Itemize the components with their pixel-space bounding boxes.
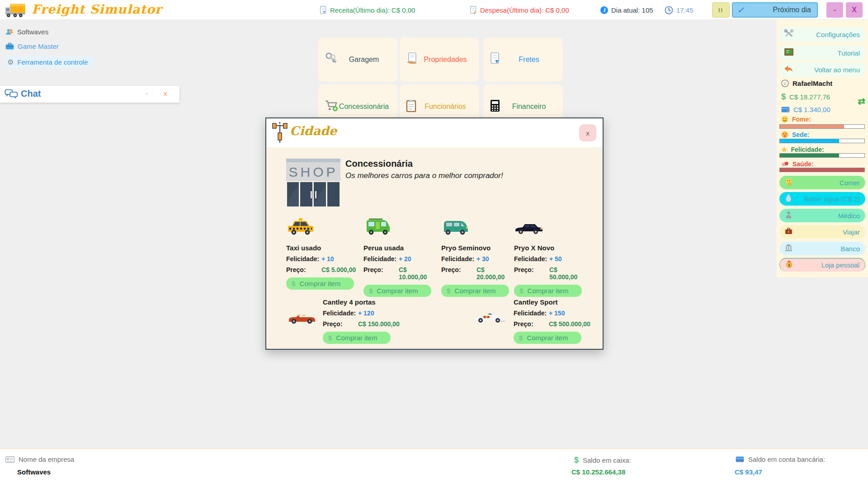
- stat-bar-saude: [779, 168, 865, 172]
- stat-label: Saúde:: [793, 160, 814, 168]
- revenue-indicator: Receita(Último dia): C$ 0,00: [319, 0, 415, 20]
- chat-minimize-button[interactable]: -: [146, 89, 148, 97]
- happiness-value: + 20: [399, 255, 411, 263]
- price-value: C$ 500.000,00: [549, 320, 590, 328]
- buy-button[interactable]: $Comprar item: [514, 285, 582, 297]
- city-modal-close-label: x: [586, 129, 590, 137]
- price-label: Preço:: [514, 266, 549, 273]
- buy-button[interactable]: $Comprar item: [514, 332, 581, 344]
- eat-label: Comer: [793, 179, 865, 187]
- eat-button[interactable]: Comer: [779, 176, 865, 189]
- buy-button[interactable]: $Comprar item: [441, 285, 509, 297]
- price-label: Preço:: [363, 266, 399, 273]
- car-name: Cantley 4 portas: [323, 298, 400, 306]
- revenue-document-icon: [319, 6, 327, 14]
- car-name: Taxi usado: [286, 244, 359, 252]
- settings-button[interactable]: Configurações: [779, 27, 865, 42]
- id-card-icon: [5, 456, 14, 463]
- info-icon: i: [600, 6, 608, 14]
- clock-icon: [665, 6, 673, 14]
- happiness-label: Felicidade:: [286, 255, 321, 263]
- day-indicator: i Dia atual: 105: [600, 0, 653, 20]
- car-card-sedan: Pryo X Novo Felicidade:+ 50 Preço:C$ 50.…: [514, 215, 587, 297]
- refresh-icon[interactable]: ⇄: [858, 96, 865, 107]
- chat-icon: [5, 89, 18, 101]
- cash-balance-group: $ Saldo em caixa:: [574, 455, 631, 465]
- bank-card-icon: [781, 107, 790, 113]
- happiness-label: Felicidade:: [323, 310, 358, 317]
- dollar-icon: $: [447, 287, 450, 295]
- buy-button-label: Comprar item: [336, 334, 377, 342]
- dealership-subtitle: Os melhores carros para o melhor comprad…: [345, 171, 503, 180]
- personal-shop-button[interactable]: $ Loja pessoal: [779, 258, 865, 272]
- buy-button-label: Comprar item: [300, 280, 341, 287]
- personal-shop-label: Loja pessoal: [793, 261, 865, 269]
- person-icon: [784, 211, 793, 221]
- menu-label: Garagem: [349, 56, 379, 64]
- happiness-value: + 120: [358, 310, 374, 317]
- stat-bar-fome: [779, 124, 865, 129]
- shop-storefront-image: SHOP: [286, 159, 340, 208]
- price-value: C$ 50.000,00: [549, 266, 587, 281]
- chat-close-button[interactable]: x: [164, 89, 167, 97]
- buy-button[interactable]: $Comprar item: [286, 277, 354, 290]
- buy-button[interactable]: $Comprar item: [363, 285, 431, 297]
- taxi-icon: [286, 215, 359, 236]
- menu-button-garagem[interactable]: Garagem: [318, 38, 398, 82]
- freight-document-icon: [490, 52, 500, 67]
- thirsty-face-icon: [781, 131, 788, 138]
- stat-bar-sede: [779, 139, 865, 143]
- tutorial-button[interactable]: Tutorial: [779, 46, 865, 60]
- doctor-button[interactable]: Médico: [779, 209, 865, 222]
- stat-label: Sede:: [792, 131, 809, 138]
- star-icon: ★: [781, 145, 787, 154]
- next-day-label: Próximo dia: [745, 6, 817, 14]
- price-label: Preço:: [286, 266, 321, 273]
- city-modal-close-button[interactable]: x: [579, 124, 596, 141]
- buy-button-label: Comprar item: [455, 287, 496, 295]
- dollar-icon: $: [519, 334, 523, 342]
- tutorial-label: Tutorial: [793, 49, 865, 57]
- menu-button-propriedades[interactable]: Propriedades: [400, 38, 479, 82]
- clipboard-icon: [406, 99, 416, 114]
- price-label: Preço:: [323, 320, 358, 328]
- price-value: C$ 20.000,00: [476, 266, 514, 281]
- city-streetlight-icon: [272, 122, 288, 145]
- menu-button-fretes[interactable]: Fretes: [483, 38, 563, 82]
- control-tool-link[interactable]: ⚙ Ferramenta de controle: [4, 56, 94, 68]
- pause-button[interactable]: II: [712, 2, 730, 18]
- info-outline-icon: i: [781, 80, 789, 87]
- company-link[interactable]: Softwaves: [5, 28, 48, 36]
- game-master-link[interactable]: Game Master: [5, 42, 59, 50]
- happiness-value: + 30: [476, 255, 489, 263]
- happiness-label: Felicidade:: [514, 255, 549, 263]
- chalkboard-icon: [784, 48, 793, 58]
- price-value: C$ 150.000,00: [358, 320, 400, 328]
- car-card-minivan: Pryo Seminovo Felicidade:+ 30 Preço:C$ 2…: [441, 215, 514, 297]
- white-sport-car-icon: [474, 308, 506, 325]
- close-button[interactable]: X: [846, 2, 863, 18]
- travel-button[interactable]: Viajar: [779, 225, 865, 239]
- drink-water-button[interactable]: Beber água (C$ 2): [779, 192, 865, 206]
- bottom-bar: Nome da empresa Softwaves $ Saldo em cai…: [0, 448, 868, 488]
- minimize-button[interactable]: -: [826, 2, 843, 18]
- stat-label: Fome:: [792, 116, 811, 123]
- happiness-value: + 10: [321, 255, 334, 263]
- menu-label: Financeiro: [512, 103, 546, 111]
- happiness-value: + 150: [549, 310, 565, 317]
- pause-label: II: [718, 7, 723, 14]
- buy-button-label: Comprar item: [528, 287, 569, 295]
- keys-icon: [325, 52, 338, 67]
- happiness-label: Felicidade:: [441, 255, 476, 263]
- tools-icon: [784, 29, 793, 40]
- player-cash-row: $ C$ 18.277,76: [781, 92, 830, 102]
- close-label: X: [852, 6, 857, 14]
- chat-title: Chat: [21, 89, 41, 99]
- back-to-menu-button[interactable]: Voltar ao menu: [779, 62, 865, 77]
- arrow-left-icon: [784, 65, 793, 74]
- travel-label: Viajar: [793, 228, 865, 236]
- buy-button[interactable]: $Comprar item: [323, 332, 391, 344]
- chat-window[interactable]: Chat - x: [0, 86, 179, 103]
- next-day-button[interactable]: ✓ Próximo dia: [732, 2, 818, 18]
- bank-button[interactable]: Banco: [779, 242, 865, 255]
